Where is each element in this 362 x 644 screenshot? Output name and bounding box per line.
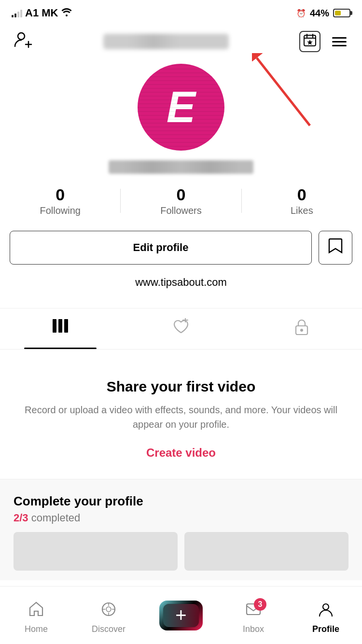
likes-stat[interactable]: 0 Likes (242, 185, 362, 216)
inbox-wrapper: 3 (245, 601, 262, 621)
nav-create[interactable]: + (145, 601, 217, 630)
create-button-inner: + (163, 604, 199, 627)
inbox-label: Inbox (243, 624, 264, 634)
svg-point-16 (300, 329, 303, 332)
progress-card-1 (14, 532, 178, 571)
svg-point-24 (323, 604, 329, 610)
following-label: Following (40, 205, 80, 216)
add-user-button[interactable] (14, 30, 33, 54)
grid-icon (52, 318, 69, 339)
nav-discover[interactable]: Discover (72, 596, 145, 634)
tab-videos[interactable] (0, 308, 121, 349)
tab-liked[interactable] (121, 308, 241, 349)
hamburger-icon (332, 45, 347, 46)
nav-home[interactable]: Home (0, 596, 72, 634)
discover-icon (100, 601, 117, 621)
following-stat[interactable]: 0 Following (0, 185, 120, 216)
content-tabs (0, 308, 362, 350)
star-calendar-button[interactable] (299, 31, 320, 52)
liked-icon (172, 318, 190, 339)
status-right: ⏰ 44% (296, 8, 350, 19)
svg-point-0 (18, 33, 25, 40)
create-video-button[interactable]: Create video (146, 446, 216, 460)
header-right (299, 31, 348, 52)
bottom-nav: Home Discover + (0, 586, 362, 644)
empty-title: Share your first video (107, 378, 255, 395)
stats-row: 0 Following 0 Followers 0 Likes (0, 185, 362, 216)
avatar-letter: E (167, 83, 195, 132)
status-left: A1 MK (12, 7, 72, 19)
lock-icon (294, 318, 309, 339)
profile-icon (318, 601, 334, 621)
create-button[interactable]: + (159, 601, 203, 630)
profile-label: Profile (312, 624, 339, 634)
completed-text: completed (31, 512, 81, 524)
home-icon (28, 601, 44, 621)
svg-rect-12 (64, 319, 68, 333)
add-user-icon (14, 30, 33, 54)
action-buttons: Edit profile (0, 231, 362, 265)
discover-label: Discover (92, 624, 125, 634)
wifi-icon (61, 8, 72, 19)
bookmark-icon (328, 238, 343, 258)
svg-point-18 (106, 607, 111, 612)
header-title (33, 34, 299, 49)
hamburger-icon (332, 37, 347, 39)
profile-username (109, 160, 253, 174)
avatar: E (138, 64, 224, 151)
progress-cards (14, 532, 348, 571)
battery-icon (333, 9, 350, 17)
header (0, 24, 362, 59)
status-bar: A1 MK ⏰ 44% (0, 0, 362, 24)
tab-private[interactable] (241, 308, 362, 349)
complete-profile-title: Complete your profile (14, 494, 348, 509)
inbox-badge: 3 (254, 598, 266, 611)
alarm-icon: ⏰ (296, 9, 306, 18)
plus-icon: + (175, 604, 186, 626)
username-blurred (103, 34, 229, 49)
progress-fraction: 2/3 (14, 512, 28, 524)
following-count: 0 (56, 185, 65, 204)
svg-rect-11 (58, 319, 62, 333)
empty-state: Share your first video Record or upload … (0, 350, 362, 479)
website-link[interactable]: www.tipsabout.com (135, 276, 227, 289)
hamburger-icon (332, 41, 347, 42)
nav-profile[interactable]: Profile (290, 596, 362, 634)
likes-count: 0 (297, 185, 306, 204)
followers-stat[interactable]: 0 Followers (121, 185, 241, 216)
bookmark-button[interactable] (319, 231, 352, 265)
svg-rect-10 (53, 319, 56, 333)
home-label: Home (25, 624, 48, 634)
svg-marker-7 (307, 40, 313, 45)
carrier-name: A1 MK (25, 7, 58, 19)
complete-progress: 2/3 completed (14, 512, 348, 524)
empty-description: Record or upload a video with effects, s… (19, 403, 343, 432)
battery-percentage: 44% (310, 8, 329, 19)
star-calendar-icon (303, 33, 317, 50)
edit-profile-button[interactable]: Edit profile (10, 231, 312, 265)
complete-profile-section: Complete your profile 2/3 completed (0, 479, 362, 580)
progress-card-2 (184, 532, 348, 571)
nav-inbox[interactable]: 3 Inbox (217, 596, 290, 634)
followers-count: 0 (177, 185, 186, 204)
hamburger-menu-button[interactable] (330, 35, 348, 48)
likes-label: Likes (291, 205, 313, 216)
followers-label: Followers (160, 205, 202, 216)
profile-section: E 0 Following 0 Followers 0 Likes Edit p… (0, 59, 362, 308)
signal-bars (12, 9, 22, 17)
